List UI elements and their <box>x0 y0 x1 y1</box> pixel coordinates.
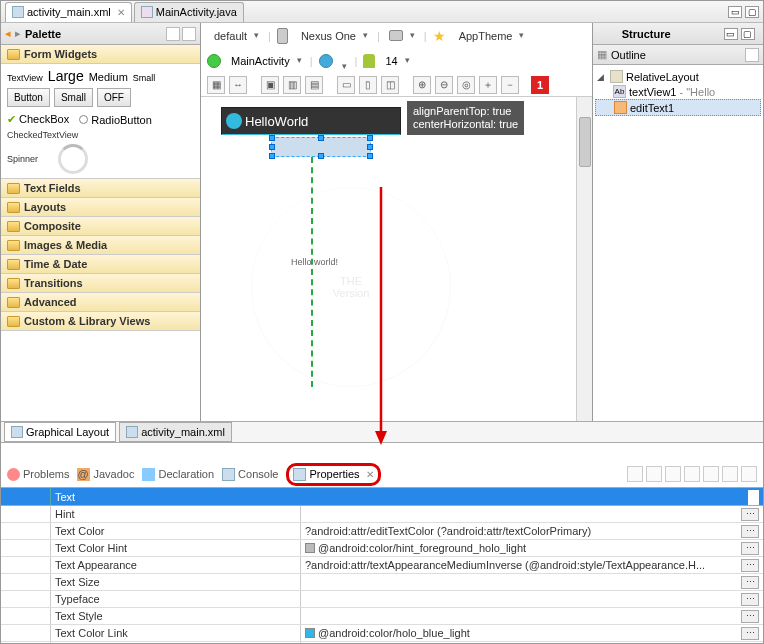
design-canvas[interactable]: THEVersion HelloWorld alignParentTop: t <box>201 97 592 421</box>
arrow-right-icon[interactable]: ▸ <box>15 27 21 40</box>
small-button-item[interactable]: Small <box>54 88 93 107</box>
outline-opt-icon[interactable] <box>745 48 759 62</box>
zoom-out-icon[interactable]: － <box>501 76 519 94</box>
maximize-icon[interactable]: ▢ <box>741 28 755 40</box>
palette-opts-icon[interactable] <box>166 27 180 41</box>
maximize-icon[interactable]: ▢ <box>745 6 759 18</box>
orientation-dd[interactable] <box>386 27 418 46</box>
edit-button[interactable]: ⋯ <box>741 627 759 640</box>
medium-text-item[interactable]: Medium <box>89 71 128 83</box>
config-default-dd[interactable]: default <box>207 27 262 45</box>
tab-properties-highlighted[interactable]: Properties ✕ <box>286 463 380 486</box>
tree-textview[interactable]: Ab textView1 - "Hello <box>595 84 761 99</box>
resize-handle[interactable] <box>367 135 373 141</box>
tab-activity-xml[interactable]: activity_main.xml ✕ <box>5 2 132 22</box>
property-row[interactable]: Typeface⋯ <box>1 591 763 608</box>
property-row[interactable]: Hint⋯ <box>1 506 763 523</box>
align2-icon[interactable]: ▯ <box>359 76 377 94</box>
property-row[interactable]: Text Color Hint@android:color/hint_foreg… <box>1 540 763 557</box>
edit-button[interactable]: ⋯ <box>741 508 759 521</box>
minimize-icon[interactable]: ▭ <box>724 28 738 40</box>
large-text-item[interactable]: Large <box>48 68 84 84</box>
layout3-icon[interactable]: ▤ <box>305 76 323 94</box>
small-text-item[interactable]: Small <box>133 73 156 83</box>
property-value[interactable]: ?android:attr/editTextColor (?android:at… <box>301 525 763 538</box>
resize-handle[interactable] <box>269 144 275 150</box>
device-dd[interactable]: Nexus One <box>294 27 371 45</box>
property-value[interactable]: ⋯ <box>301 610 763 623</box>
textview-item[interactable]: TextView <box>7 73 43 83</box>
activity-dd[interactable]: MainActivity <box>227 53 304 69</box>
tab-javadoc[interactable]: @Javadoc <box>77 468 134 481</box>
radio-item[interactable]: RadioButton <box>79 114 152 126</box>
folder-time-date[interactable]: Time & Date <box>1 255 200 274</box>
align3-icon[interactable]: ◫ <box>381 76 399 94</box>
folder-custom-library[interactable]: Custom & Library Views <box>1 312 200 331</box>
folder-composite[interactable]: Composite <box>1 217 200 236</box>
filter-icon[interactable] <box>646 466 662 482</box>
property-value[interactable]: @android:color/holo_blue_light⋯ <box>301 627 763 640</box>
property-row[interactable]: Text Size⋯ <box>1 574 763 591</box>
palette-menu-icon[interactable] <box>182 27 196 41</box>
folder-advanced[interactable]: Advanced <box>1 293 200 312</box>
subtab-xml[interactable]: activity_main.xml <box>119 422 232 442</box>
scrollbar-vertical[interactable] <box>576 97 592 421</box>
toggle-viewport-icon[interactable]: ▦ <box>207 76 225 94</box>
collapse-icon[interactable]: ◢ <box>597 72 607 82</box>
resize-handle[interactable] <box>269 135 275 141</box>
edit-button[interactable]: ⋯ <box>741 559 759 572</box>
toggle-off-item[interactable]: OFF <box>97 88 131 107</box>
spinner-item[interactable]: Spinner <box>7 154 38 164</box>
collapse-icon[interactable] <box>722 466 738 482</box>
zoom-fit-icon[interactable]: ⊕ <box>413 76 431 94</box>
edit-button[interactable]: ⋯ <box>741 610 759 623</box>
tab-console[interactable]: Console <box>222 468 278 481</box>
folder-transitions[interactable]: Transitions <box>1 274 200 293</box>
property-value[interactable]: ?android:attr/textAppearanceMediumInvers… <box>301 559 763 572</box>
folder-images-media[interactable]: Images & Media <box>1 236 200 255</box>
property-value[interactable]: ⋯ <box>301 508 763 521</box>
property-row[interactable]: Text Appearance?android:attr/textAppeara… <box>1 557 763 574</box>
menu-icon[interactable] <box>741 466 757 482</box>
tab-problems[interactable]: Problems <box>7 468 69 481</box>
resize-handle[interactable] <box>318 135 324 141</box>
property-value[interactable]: ⋯ <box>301 576 763 589</box>
tree-edittext[interactable]: editText1 <box>595 99 761 116</box>
subtab-graphical[interactable]: Graphical Layout <box>4 422 116 442</box>
resize-handle[interactable] <box>318 153 324 159</box>
property-row[interactable]: Text Color?android:attr/editTextColor (?… <box>1 523 763 540</box>
button-item[interactable]: Button <box>7 88 50 107</box>
checked-textview-item[interactable]: CheckedTextView <box>7 130 194 140</box>
close-icon[interactable]: ✕ <box>117 7 125 18</box>
layout-icon[interactable]: ▣ <box>261 76 279 94</box>
property-value[interactable]: @android:color/hint_foreground_holo_ligh… <box>301 542 763 555</box>
tab-main-activity[interactable]: MainActivity.java <box>134 2 244 22</box>
zoom-reset-icon[interactable]: ⊖ <box>435 76 453 94</box>
zoom-100-icon[interactable]: ◎ <box>457 76 475 94</box>
resize-handle[interactable] <box>269 153 275 159</box>
tree-root[interactable]: ◢ RelativeLayout <box>595 69 761 84</box>
folder-form-widgets[interactable]: Form Widgets <box>1 45 200 64</box>
arrow-left-icon[interactable]: ◂ <box>5 27 11 40</box>
align-icon[interactable]: ▭ <box>337 76 355 94</box>
tab-declaration[interactable]: Declaration <box>142 468 214 481</box>
property-row[interactable]: Text Style⋯ <box>1 608 763 625</box>
pin-icon[interactable] <box>627 466 643 482</box>
close-icon[interactable]: ✕ <box>366 469 374 480</box>
progress-icon[interactable] <box>58 144 88 174</box>
layout2-icon[interactable]: ▥ <box>283 76 301 94</box>
resize-handle[interactable] <box>367 153 373 159</box>
arrow-icon[interactable]: ↔ <box>229 76 247 94</box>
locale-icon[interactable] <box>319 54 333 68</box>
checkbox-item[interactable]: ✔ CheckBox <box>7 113 69 126</box>
more-button[interactable]: ⋯ <box>748 490 759 505</box>
tree-icon[interactable] <box>684 466 700 482</box>
folder-layouts[interactable]: Layouts <box>1 198 200 217</box>
api-dd[interactable]: 14 <box>381 53 411 69</box>
sort-icon[interactable] <box>665 466 681 482</box>
resize-handle[interactable] <box>367 144 373 150</box>
expand-icon[interactable] <box>703 466 719 482</box>
edit-button[interactable]: ⋯ <box>741 542 759 555</box>
theme-dd[interactable]: AppTheme <box>452 27 528 45</box>
zoom-in-icon[interactable]: ＋ <box>479 76 497 94</box>
